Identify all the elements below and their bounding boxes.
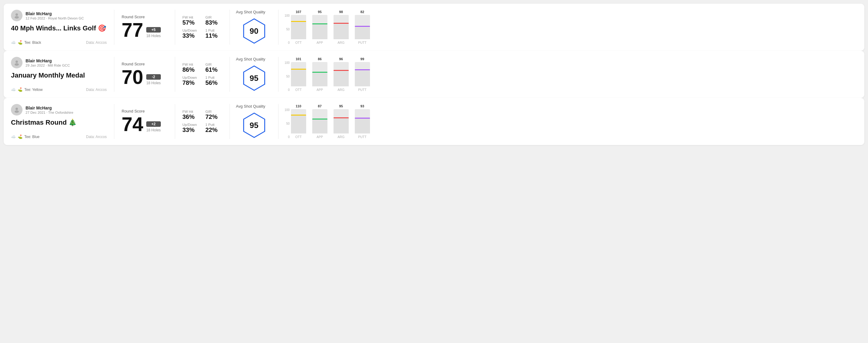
score-section-1: Round Score 77 +5 18 Holes [114,10,175,45]
score-number-1: 77 [122,20,143,40]
round-card-3: Blair McHarg 27 Dec 2021 · The Oxfordshi… [4,98,864,145]
fw-hit-value-2: 86% [182,66,199,73]
bar-fill-putt [355,69,370,86]
user-name-3: Blair McHarg [26,105,73,111]
score-badge-holes-3: +2 18 Holes [146,121,160,134]
fw-hit-value-1: 57% [182,19,199,26]
bar-value-arg: 98 [339,10,343,14]
score-number-3: 74 [122,115,143,134]
updown-stat-2: Up/Down 78% [182,76,199,86]
bar-accent-app [312,72,328,73]
round-card-2: Blair McHarg 29 Jan 2022 · Mill Ride GCC… [4,51,864,98]
oneputt-stat-1: 1 Putt 11% [206,29,222,39]
score-label-2: Round Score [122,62,167,66]
bar-fill-putt [355,26,370,39]
user-row-3: Blair McHarg 27 Dec 2021 · The Oxfordshi… [11,104,107,116]
bottom-row-1: ☁️ ⛳ Tee: Black Data: Arccos [11,40,107,45]
gir-label-2: GIR [206,63,222,66]
bar-wrapper-app [312,62,328,86]
round-card-1: Blair McHarg 12 Feb 2022 · Royal North D… [4,4,864,51]
bar-xlabel-app: APP [316,41,323,44]
bar-xlabel-ott: OTT [295,88,302,92]
score-badge-holes-2: -2 18 Holes [146,74,160,87]
score-row-2: 70 -2 18 Holes [122,67,167,87]
oneputt-stat-2: 1 Putt 56% [206,76,222,86]
bar-wrapper-ott [291,109,306,133]
fw-hit-stat-3: FW Hit 36% [182,110,199,120]
chart-col-putt: 93 PUTT [355,104,370,139]
gir-stat-1: GIR 83% [206,15,222,26]
y-label-50: 50 [286,122,290,125]
bar-xlabel-arg: ARG [338,88,344,92]
left-section-1: Blair McHarg 12 Feb 2022 · Royal North D… [11,10,114,45]
quality-label-2: Avg Shot Quality [236,57,266,61]
updown-label-3: Up/Down [182,123,199,126]
y-label-100: 100 [285,108,290,112]
user-info-3: Blair McHarg 27 Dec 2021 · The Oxfordshi… [26,105,73,114]
y-label-50: 50 [286,28,290,31]
bar-accent-arg [334,70,349,71]
chart-columns: 110 OTT 87 APP 95 [291,104,852,139]
oneputt-value-2: 56% [206,80,222,86]
chart-col-ott: 101 OTT [291,57,306,92]
bar-value-ott: 110 [296,104,301,108]
user-name-1: Blair McHarg [26,11,84,16]
user-row-2: Blair McHarg 29 Jan 2022 · Mill Ride GCC [11,57,107,68]
score-diff-2: -2 [146,74,160,80]
stats-grid-2: FW Hit 86% GIR 61% Up/Down 78% 1 Putt 56… [182,63,222,86]
round-title-2: January Monthly Medal [11,71,107,80]
bar-xlabel-arg: ARG [338,135,344,139]
quality-section-1: Avg Shot Quality 90 [230,10,278,45]
quality-label-3: Avg Shot Quality [236,104,266,108]
chart-outer: 100 50 0 107 OTT 95 APP [285,10,852,44]
stats-grid-3: FW Hit 36% GIR 72% Up/Down 33% 1 Putt 22… [182,110,222,133]
golf-icon-3: ⛳ [18,134,23,139]
hexagon-container-2: 95 [241,64,268,92]
bar-fill-putt [355,118,370,133]
updown-stat-1: Up/Down 33% [182,29,199,39]
oneputt-value-3: 22% [206,126,222,133]
updown-stat-3: Up/Down 33% [182,123,199,133]
bottom-row-3: ☁️ ⛳ Tee: Blue Data: Arccos [11,134,107,139]
bar-value-app: 86 [318,57,322,61]
updown-value-1: 33% [182,32,199,39]
score-number-2: 70 [122,67,143,87]
bar-fill-ott [291,69,306,86]
score-label-3: Round Score [122,109,167,114]
bar-xlabel-ott: OTT [295,135,302,139]
bar-wrapper-ott [291,62,306,86]
fw-hit-value-3: 36% [182,114,199,120]
chart-section-1: 100 50 0 107 OTT 95 APP [278,10,857,45]
date-club-3: 27 Dec 2021 · The Oxfordshire [26,111,73,114]
svg-point-1 [14,16,19,19]
bar-wrapper-arg [334,109,349,133]
bar-xlabel-putt: PUTT [358,88,366,92]
updown-value-3: 33% [182,126,199,133]
tee-info-2: ☁️ ⛳ Tee: Yellow [11,87,42,92]
stats-section-2: FW Hit 86% GIR 61% Up/Down 78% 1 Putt 56… [175,57,230,92]
user-info-1: Blair McHarg 12 Feb 2022 · Royal North D… [26,11,84,20]
chart-outer: 100 50 0 110 OTT 87 APP [285,104,852,139]
chart-col-arg: 98 ARG [334,10,349,44]
data-source-2: Data: Arccos [86,88,107,92]
bar-fill-app [312,72,328,86]
fw-hit-label-2: FW Hit [182,63,199,66]
gir-stat-2: GIR 61% [206,63,222,73]
gir-label-1: GIR [206,15,222,19]
bar-fill-ott [291,115,306,133]
bar-accent-putt [355,69,370,70]
y-label-50: 50 [286,75,290,78]
bar-fill-app [312,119,328,133]
bar-fill-arg [334,23,349,39]
bar-fill-app [312,23,328,39]
golf-icon-2: ⛳ [18,87,23,92]
round-title-1: 40 Mph Winds... Links Golf 🎯 [11,24,107,32]
tee-label-3: Tee: Blue [24,135,39,139]
svg-point-4 [16,107,18,110]
holes-label-2: 18 Holes [146,81,160,85]
holes-label-3: 18 Holes [146,128,160,132]
gir-value-3: 72% [206,114,222,120]
chart-col-app: 95 APP [312,10,328,44]
chart-col-arg: 96 ARG [334,57,349,92]
user-row-1: Blair McHarg 12 Feb 2022 · Royal North D… [11,10,107,21]
